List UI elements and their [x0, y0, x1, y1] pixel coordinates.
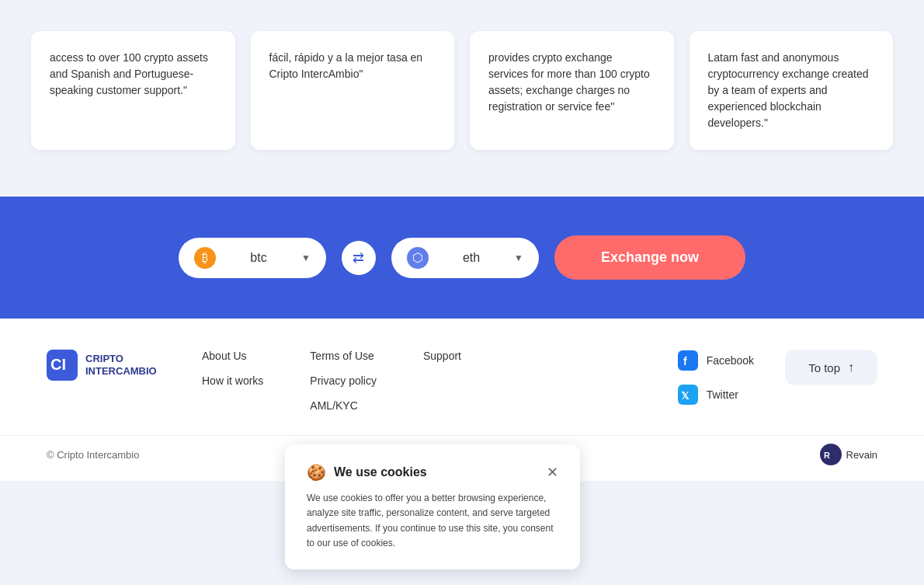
cookie-banner: 🍪 We use cookies ✕ We use cookies to off…	[285, 444, 580, 481]
eth-icon: ⬡	[407, 247, 429, 269]
from-currency-label: btc	[224, 251, 294, 265]
review-card-4: Latam fast and anonymous cryptocurrency …	[690, 31, 894, 150]
cookie-header: 🍪 We use cookies ✕	[307, 463, 558, 481]
reviews-section: access to over 100 crypto assets and Spa…	[0, 16, 924, 197]
review-card-1: access to over 100 crypto assets and Spa…	[31, 31, 235, 150]
review-text-1: access to over 100 crypto assets and Spa…	[50, 51, 208, 96]
footer-facebook-link[interactable]: f Facebook	[677, 350, 754, 371]
cookie-close-button[interactable]: ✕	[547, 464, 558, 481]
logo-text: CRIPTO INTERCAMBIO	[85, 353, 157, 377]
cookie-icon: 🍪	[307, 463, 326, 481]
revain-label: Revain	[846, 449, 877, 461]
review-text-4: Latam fast and anonymous cryptocurrency …	[708, 51, 869, 129]
to-currency-selector[interactable]: ⬡ eth ▼	[391, 238, 539, 278]
review-card-3: provides crypto exchange services for mo…	[470, 31, 674, 150]
exchange-section: ₿ btc ▼ ⇄ ⬡ eth ▼ Exchange now	[0, 197, 924, 319]
footer-link-aml-kyc[interactable]: AML/KYC	[310, 399, 377, 412]
btc-icon: ₿	[194, 247, 216, 269]
footer: CI CRIPTO INTERCAMBIO About Us How it wo…	[0, 319, 924, 435]
review-text-2: fácil, rápido y a la mejor tasa en Cript…	[269, 51, 423, 80]
footer-logo: CI CRIPTO INTERCAMBIO	[47, 350, 171, 381]
swap-button[interactable]: ⇄	[342, 241, 376, 275]
to-top-label: To top	[808, 361, 840, 374]
from-currency-chevron: ▼	[301, 252, 311, 263]
review-card-2: fácil, rápido y a la mejor tasa en Cript…	[251, 31, 455, 150]
arrow-up-icon: ↑	[848, 360, 854, 374]
twitter-icon: 𝕏	[677, 384, 699, 406]
footer-col-3: Support	[423, 350, 461, 412]
footer-link-terms-of-use[interactable]: Terms of Use	[310, 350, 377, 362]
facebook-icon: f	[677, 350, 699, 371]
svg-text:CI: CI	[50, 356, 66, 373]
footer-social: f Facebook 𝕏 Twitter	[677, 350, 754, 406]
footer-link-privacy-policy[interactable]: Privacy policy	[310, 374, 377, 387]
review-text-3: provides crypto exchange services for mo…	[488, 51, 650, 113]
svg-text:f: f	[683, 355, 687, 367]
exchange-button[interactable]: Exchange now	[554, 235, 745, 280]
to-currency-label: eth	[436, 251, 506, 265]
footer-col-2: Terms of Use Privacy policy AML/KYC	[310, 350, 377, 412]
revain-logo-icon: R	[820, 444, 842, 465]
svg-rect-2	[678, 350, 698, 371]
svg-text:R: R	[824, 451, 830, 460]
logo-icon: CI	[47, 350, 78, 381]
footer-col-1: About Us How it works	[202, 350, 263, 412]
to-currency-chevron: ▼	[514, 252, 523, 263]
footer-link-about-us[interactable]: About Us	[202, 350, 263, 362]
svg-text:𝕏: 𝕏	[681, 390, 690, 402]
from-currency-selector[interactable]: ₿ btc ▼	[179, 238, 326, 278]
cookie-title: We use cookies	[334, 465, 427, 479]
footer-twitter-link[interactable]: 𝕏 Twitter	[677, 384, 754, 406]
footer-link-how-it-works[interactable]: How it works	[202, 374, 263, 387]
footer-nav: About Us How it works Terms of Use Priva…	[202, 350, 646, 412]
footer-link-support[interactable]: Support	[423, 350, 461, 362]
copyright-text: © Cripto Intercambio	[47, 449, 139, 461]
revain-area: R Revain	[820, 444, 877, 465]
to-top-button[interactable]: To top ↑	[785, 350, 877, 385]
top-spacer	[0, 0, 924, 16]
